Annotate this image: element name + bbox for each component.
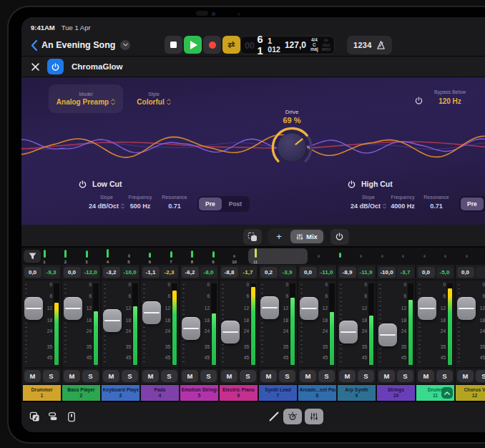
channel-fader-track[interactable]: 061218243545: [416, 281, 454, 367]
bypass-power-icon[interactable]: [415, 97, 423, 104]
channel-fader-handle[interactable]: [457, 297, 476, 320]
channel-name-cell[interactable]: Synth Lead 7: [259, 385, 297, 401]
mute-button[interactable]: M: [260, 370, 277, 382]
mute-button[interactable]: M: [457, 370, 474, 382]
channel-volume-value[interactable]: 0,0: [457, 267, 474, 278]
low-cut-resonance[interactable]: Resonance 0.71: [155, 195, 195, 210]
solo-button[interactable]: S: [279, 370, 295, 382]
channel-name-cell[interactable]: Pads 4: [141, 385, 179, 401]
channel-peak-value[interactable]: -1,7: [240, 267, 257, 278]
channel-fader-handle[interactable]: [418, 297, 436, 320]
solo-button[interactable]: S: [122, 370, 138, 382]
close-icon[interactable]: [31, 63, 39, 71]
channel-volume-value[interactable]: 0,2: [260, 267, 278, 278]
overview-meter[interactable]: [381, 255, 383, 258]
browser-button[interactable]: [27, 409, 41, 424]
channel-volume-value[interactable]: -3,2: [103, 267, 120, 278]
channel-name-cell[interactable]: Bass Player 2: [62, 385, 100, 401]
channel-fader-handle[interactable]: [142, 301, 161, 324]
channel-name-cell[interactable]: Arcade...eet Pad 8: [298, 385, 336, 401]
mute-button[interactable]: M: [300, 370, 316, 382]
overview-meter[interactable]: [466, 255, 468, 258]
channel-peak-value[interactable]: -11,9: [358, 267, 375, 278]
mute-button[interactable]: M: [182, 370, 198, 382]
overview-meter[interactable]: [402, 255, 404, 258]
high-cut-power-icon[interactable]: [348, 180, 356, 188]
channel-fader-track[interactable]: 061218243545: [377, 281, 415, 367]
channel-peak-value[interactable]: -10,0: [122, 267, 139, 278]
plugins-button[interactable]: [46, 409, 60, 424]
metronome-icon[interactable]: [376, 40, 386, 50]
overview-meter[interactable]: [128, 254, 130, 258]
add-track-button[interactable]: +: [269, 230, 289, 243]
channel-fader-handle[interactable]: [182, 317, 200, 340]
overview-meter[interactable]: [297, 255, 299, 258]
channel-fader-handle[interactable]: [24, 297, 43, 320]
channel-volume-value[interactable]: 0,0: [300, 267, 317, 278]
overview-meter[interactable]: [170, 251, 172, 258]
level-control[interactable]: Level 0.0: [476, 84, 485, 105]
channel-volume-value[interactable]: -1,1: [142, 267, 160, 278]
paste-settings-button[interactable]: [243, 229, 262, 245]
mute-button[interactable]: M: [103, 370, 119, 382]
channel-volume-value[interactable]: 0,0: [418, 267, 435, 278]
overview-meter[interactable]: [275, 255, 278, 258]
channel-peak-value[interactable]: -9,3: [43, 267, 60, 278]
controls-view-button[interactable]: [283, 409, 302, 424]
solo-button[interactable]: S: [436, 370, 453, 382]
overview-meter[interactable]: [44, 250, 46, 258]
overview-meter[interactable]: [107, 249, 109, 258]
channel-volume-value[interactable]: -8,9: [339, 267, 356, 278]
solo-button[interactable]: S: [358, 370, 374, 382]
overview-meter[interactable]: [64, 250, 67, 258]
overview-meter[interactable]: [191, 250, 193, 258]
solo-button[interactable]: S: [240, 370, 256, 382]
plugin-power-button[interactable]: [47, 59, 64, 74]
channel-fader-handle[interactable]: [339, 321, 358, 344]
high-cut-pre-button[interactable]: Pre: [461, 198, 484, 210]
bypass-below-control[interactable]: Bypass Below 120 Hz: [427, 84, 473, 105]
channel-volume-value[interactable]: 0,0: [24, 267, 41, 278]
overview-meter[interactable]: [444, 255, 446, 258]
solo-button[interactable]: S: [318, 370, 335, 382]
overview-meter[interactable]: [212, 251, 215, 258]
channel-peak-value[interactable]: -12,0: [82, 267, 99, 278]
channel-name-cell[interactable]: Emotion Strings 5: [180, 385, 218, 401]
mute-button[interactable]: M: [142, 370, 159, 382]
high-cut-resonance[interactable]: Resonance 0.71: [416, 195, 456, 210]
mixer-view-button[interactable]: [305, 409, 323, 424]
mute-button[interactable]: M: [378, 370, 395, 382]
play-button[interactable]: [184, 36, 202, 54]
channel-name-cell[interactable]: Arp Synth 9: [338, 385, 376, 401]
channel-name-cell[interactable]: Strings 10: [377, 385, 415, 401]
channel-volume-value[interactable]: -8,8: [221, 267, 238, 278]
channel-name-cell[interactable]: Electric Piano 6: [220, 385, 258, 401]
channel-fader-handle[interactable]: [64, 297, 82, 320]
channel-fader-track[interactable]: 061218243545: [220, 281, 258, 367]
song-title-menu[interactable]: An Evening Song: [41, 33, 130, 57]
solo-button[interactable]: S: [82, 370, 99, 382]
channel-peak-value[interactable]: -3,7: [397, 267, 414, 278]
solo-button[interactable]: S: [476, 370, 485, 382]
overview-meter[interactable]: [149, 253, 151, 258]
channel-name-cell[interactable]: Chorus V 12: [456, 385, 485, 401]
channel-fader-track[interactable]: 061218243545: [180, 281, 218, 367]
channel-name-cell[interactable]: Drummer 1: [23, 385, 61, 401]
channel-peak-value[interactable]: -2,3: [161, 267, 178, 278]
channel-peak-value[interactable]: -11,0: [318, 267, 335, 278]
overview-meter[interactable]: [360, 255, 362, 258]
channel-volume-value[interactable]: -6,2: [182, 267, 199, 278]
channel-fader-track[interactable]: 061218243545: [23, 281, 61, 367]
channel-fader-track[interactable]: 061218243545: [298, 281, 336, 367]
lcd-display[interactable]: 00 6 1 1 012 127,0 4/4 C maj In Out MIDI: [240, 36, 335, 54]
solo-button[interactable]: S: [200, 370, 217, 382]
low-cut-pre-button[interactable]: Pre: [199, 198, 222, 210]
solo-button[interactable]: S: [43, 370, 59, 382]
channel-fader-track[interactable]: 061218243545: [62, 281, 100, 367]
mute-button[interactable]: M: [339, 370, 356, 382]
channel-fader-track[interactable]: 061218243545: [456, 281, 485, 367]
channel-fader-handle[interactable]: [300, 297, 318, 320]
mute-button[interactable]: M: [64, 370, 80, 382]
channel-volume-value[interactable]: 0,0: [64, 267, 81, 278]
channel-fader-handle[interactable]: [221, 321, 240, 344]
